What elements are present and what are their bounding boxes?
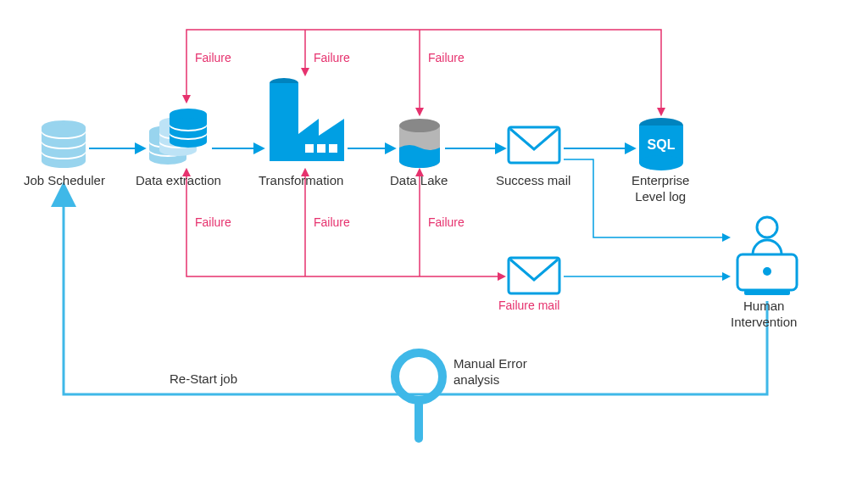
job-scheduler-icon <box>42 120 86 168</box>
svg-point-8 <box>42 124 86 137</box>
svg-rect-34 <box>329 144 337 153</box>
failure-mail-label: Failure mail <box>498 299 559 314</box>
svg-point-41 <box>639 155 683 170</box>
transformation-icon <box>270 78 344 161</box>
svg-rect-33 <box>317 144 326 153</box>
success-mail-icon <box>509 127 559 163</box>
failure-mail-icon <box>509 258 559 293</box>
data-extraction-label: Data extraction <box>136 173 221 189</box>
svg-rect-31 <box>270 83 298 134</box>
svg-rect-32 <box>305 144 314 153</box>
transformation-label: Transformation <box>259 173 343 189</box>
magnifier-icon <box>395 353 442 443</box>
failure-bot-3: Failure <box>428 215 465 231</box>
enterprise-log-label: Enterprise Level log <box>632 173 689 205</box>
human-intervention-icon <box>737 217 797 295</box>
svg-point-29 <box>170 118 207 130</box>
data-lake-icon <box>399 119 440 168</box>
human-intervention-label: Human Intervention <box>731 299 797 331</box>
svg-point-43 <box>757 217 777 237</box>
job-scheduler-label: Job Scheduler <box>24 173 105 189</box>
failure-top-3: Failure <box>428 51 465 66</box>
data-lake-label: Data Lake <box>390 173 448 189</box>
failure-top-2: Failure <box>314 51 350 66</box>
svg-rect-48 <box>415 400 423 443</box>
svg-point-37 <box>399 119 440 132</box>
svg-point-45 <box>763 267 771 276</box>
enterprise-log-icon: SQL <box>639 118 683 170</box>
sql-label: SQL <box>648 137 676 152</box>
failure-bot-1: Failure <box>195 215 231 231</box>
svg-rect-46 <box>744 290 790 295</box>
failure-bot-2: Failure <box>314 215 350 231</box>
success-mail-label: Success mail <box>496 173 570 189</box>
data-extraction-icon <box>149 109 207 165</box>
manual-error-label: Manual Error analysis <box>453 356 527 388</box>
failure-top-1: Failure <box>195 51 231 66</box>
restart-label: Re-Start job <box>170 371 237 388</box>
